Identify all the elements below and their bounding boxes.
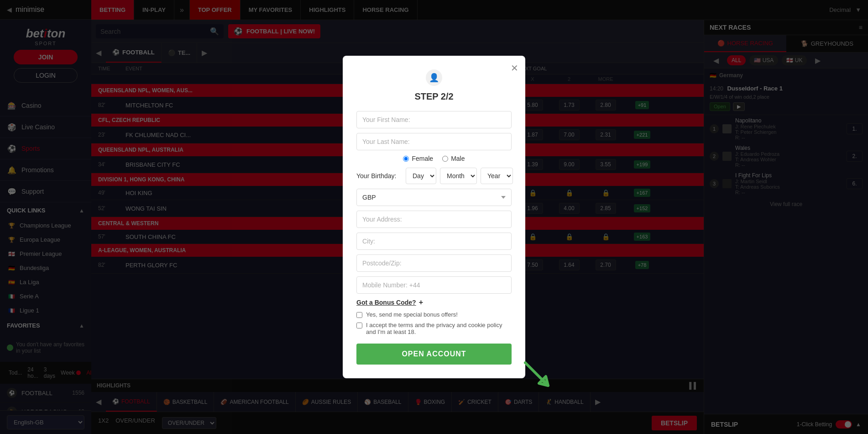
- svg-marker-0: [540, 377, 548, 386]
- first-name-input[interactable]: [356, 111, 512, 128]
- birthday-year-select[interactable]: Year: [481, 168, 513, 184]
- birthday-label: Your Birthday:: [356, 172, 402, 180]
- bonus-code-link[interactable]: Got a Bonus Code?: [356, 299, 416, 306]
- modal-title: STEP 2/2: [356, 91, 512, 102]
- gender-male-label: Male: [451, 155, 465, 162]
- bonus-offers-checkbox[interactable]: [356, 312, 362, 318]
- checkbox-row-2: I accept the terms and the privacy and c…: [356, 322, 512, 335]
- mobile-input[interactable]: [356, 276, 512, 294]
- modal-close-btn[interactable]: ✕: [511, 63, 518, 74]
- city-input[interactable]: [356, 233, 512, 250]
- gender-male-radio[interactable]: [442, 156, 448, 162]
- gender-female-option[interactable]: Female: [403, 155, 433, 162]
- currency-select[interactable]: GBP: [356, 189, 512, 206]
- bonus-offers-label: Yes, send me special bonus offers!: [366, 311, 458, 318]
- terms-checkbox[interactable]: [356, 323, 362, 328]
- gender-male-option[interactable]: Male: [442, 155, 465, 162]
- last-name-input[interactable]: [356, 133, 512, 150]
- gender-female-label: Female: [412, 155, 433, 162]
- modal-person-icon: 👤: [426, 69, 442, 86]
- gender-female-radio[interactable]: [403, 156, 409, 162]
- open-account-btn[interactable]: OPEN ACCOUNT: [356, 344, 512, 365]
- postcode-input[interactable]: [356, 254, 512, 272]
- green-arrow-indicator: [521, 358, 557, 397]
- birthday-month-select[interactable]: Month: [440, 168, 477, 184]
- terms-label: I accept the terms and the privacy and c…: [366, 322, 512, 335]
- modal-overlay[interactable]: 👤 STEP 2/2 ✕ Female Male Your Birthday: …: [0, 0, 868, 434]
- bonus-code-plus[interactable]: +: [419, 298, 423, 307]
- modal-header: 👤 STEP 2/2: [356, 69, 512, 102]
- address-input[interactable]: [356, 211, 512, 228]
- gender-row: Female Male: [356, 155, 512, 162]
- birthday-day-select[interactable]: Day: [406, 168, 436, 184]
- birthday-row: Your Birthday: Day Month Year: [356, 168, 512, 184]
- registration-modal: 👤 STEP 2/2 ✕ Female Male Your Birthday: …: [343, 56, 525, 378]
- bonus-code-row: Got a Bonus Code? +: [356, 298, 512, 307]
- checkbox-row-1: Yes, send me special bonus offers!: [356, 311, 512, 318]
